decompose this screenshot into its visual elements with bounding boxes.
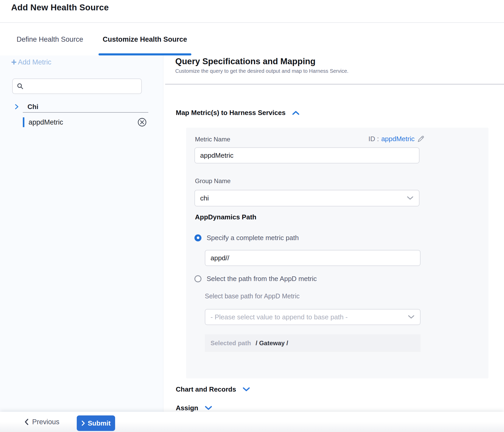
submit-button[interactable]: Submit bbox=[77, 415, 115, 431]
active-tab-underline bbox=[99, 53, 191, 55]
chevron-up-icon[interactable] bbox=[292, 110, 300, 116]
tab-bar: Define Health Source Customize Health So… bbox=[0, 23, 504, 55]
base-path-label: Select base path for AppD Metric bbox=[205, 292, 299, 300]
chevron-right-icon[interactable] bbox=[13, 103, 20, 110]
dialog-body: + Add Metric Chi appdMetric bbox=[0, 55, 504, 412]
id-prefix-label: ID : bbox=[368, 135, 379, 143]
add-metric-button[interactable]: + Add Metric bbox=[11, 57, 51, 67]
previous-label: Previous bbox=[32, 418, 59, 426]
tree-divider bbox=[23, 112, 148, 113]
map-metrics-section-title: Map Metric(s) to Harness Services bbox=[176, 109, 285, 117]
add-health-source-dialog: Add New Health Source Define Health Sour… bbox=[0, 0, 504, 432]
tab-define-health-source[interactable]: Define Health Source bbox=[12, 23, 87, 55]
search-input[interactable] bbox=[12, 78, 142, 94]
radio-unselected-icon[interactable] bbox=[194, 275, 201, 282]
chevron-right-icon bbox=[81, 420, 85, 426]
chevron-down-icon[interactable] bbox=[205, 405, 212, 411]
page-subtitle: Customize the query to get the desired o… bbox=[175, 68, 348, 74]
metric-search bbox=[12, 78, 142, 94]
search-icon bbox=[17, 83, 24, 90]
group-name-value: chi bbox=[200, 194, 209, 202]
radio-specify-metric-path[interactable]: Specify a complete metric path bbox=[194, 231, 299, 245]
chart-records-title: Chart and Records bbox=[176, 385, 236, 393]
metric-id-row: ID : appdMetric bbox=[368, 135, 425, 143]
selected-path-value: / Gateway / bbox=[256, 340, 288, 347]
dialog-header: Add New Health Source bbox=[0, 0, 504, 23]
plus-icon: + bbox=[11, 57, 17, 67]
tree-item-label: appdMetric bbox=[29, 118, 63, 126]
chevron-down-icon bbox=[408, 315, 415, 319]
page-title: Query Specifications and Mapping bbox=[175, 55, 316, 67]
selected-path-label: Selected path bbox=[211, 340, 251, 347]
chart-records-section-toggle[interactable]: Chart and Records bbox=[176, 385, 250, 393]
assign-section-toggle[interactable]: Assign bbox=[176, 404, 212, 412]
metric-path-input[interactable] bbox=[205, 250, 421, 266]
selected-indicator bbox=[23, 117, 24, 127]
radio-selected-icon[interactable] bbox=[194, 234, 201, 241]
edit-id-button[interactable] bbox=[417, 135, 425, 143]
metric-id-value[interactable]: appdMetric bbox=[381, 135, 415, 143]
metrics-sidebar: + Add Metric Chi appdMetric bbox=[0, 55, 163, 412]
chevron-down-icon[interactable] bbox=[242, 387, 250, 392]
circle-close-icon bbox=[137, 118, 147, 127]
tab-customize-label: Customize Health Source bbox=[103, 35, 187, 44]
tree-item-appdmetric[interactable]: appdMetric bbox=[23, 117, 148, 127]
section-divider bbox=[165, 84, 504, 84]
submit-label: Submit bbox=[88, 419, 110, 427]
tab-define-label: Define Health Source bbox=[17, 35, 83, 44]
radio-specify-label: Specify a complete metric path bbox=[207, 234, 299, 242]
base-path-select[interactable]: - Please select value to append to base … bbox=[205, 309, 421, 325]
chevron-left-icon bbox=[24, 418, 29, 426]
add-metric-label: Add Metric bbox=[18, 58, 51, 66]
appdynamics-path-heading: AppDynamics Path bbox=[195, 213, 256, 221]
metric-name-label: Metric Name bbox=[195, 136, 230, 143]
tab-customize-health-source[interactable]: Customize Health Source bbox=[99, 23, 191, 55]
tree-group-chi[interactable]: Chi bbox=[0, 101, 148, 112]
metric-name-input[interactable] bbox=[194, 147, 419, 163]
dialog-footer: Previous Submit bbox=[0, 412, 504, 432]
remove-metric-button[interactable] bbox=[137, 118, 147, 127]
base-path-placeholder: - Please select value to append to base … bbox=[211, 313, 348, 321]
group-name-select[interactable]: chi bbox=[194, 190, 419, 206]
radio-select-label: Select the path from the AppD metric bbox=[207, 275, 317, 283]
radio-select-appd-path[interactable]: Select the path from the AppD metric bbox=[194, 272, 317, 286]
query-spec-panel: Query Specifications and Mapping Customi… bbox=[163, 55, 504, 412]
assign-title: Assign bbox=[176, 404, 198, 412]
previous-button[interactable]: Previous bbox=[24, 412, 59, 432]
tree-group-label: Chi bbox=[27, 103, 38, 111]
map-metrics-section-toggle[interactable]: Map Metric(s) to Harness Services bbox=[176, 109, 300, 117]
metric-mapping-card: Metric Name ID : appdMetric Group Name c… bbox=[186, 128, 488, 378]
edit-pencil-icon bbox=[417, 135, 425, 143]
chevron-down-icon bbox=[407, 196, 414, 200]
dialog-title: Add New Health Source bbox=[11, 3, 109, 12]
group-name-label: Group Name bbox=[195, 177, 230, 185]
selected-path-bar: Selected path / Gateway / bbox=[205, 334, 421, 352]
